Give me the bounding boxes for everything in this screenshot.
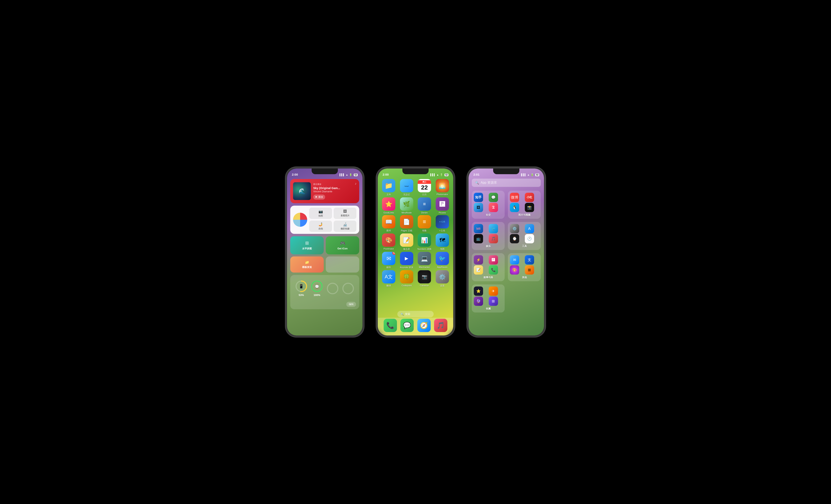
app-maps[interactable]: 🗺 地图 bbox=[435, 233, 450, 250]
app-mail[interactable]: ✉ 39 邮件 bbox=[381, 252, 397, 269]
selfie-label: 自拍 bbox=[318, 227, 323, 230]
app-photomator[interactable]: 🌅 Photomator bbox=[435, 179, 450, 196]
app-files[interactable]: 📁 文件 bbox=[381, 179, 397, 196]
photomator-icon: 🌅 bbox=[436, 179, 449, 192]
take-photo-label: 拍照 bbox=[318, 214, 323, 217]
app-keynote[interactable]: ▶ Keynote 讲演 bbox=[399, 252, 414, 269]
folder-other-name: 其他 bbox=[510, 276, 539, 279]
music-recently-played: 最近播放 bbox=[313, 183, 356, 186]
music-play-button[interactable]: ▶ 播放 bbox=[313, 195, 325, 200]
app-appraven[interactable]: 🐦 AppRaven bbox=[435, 252, 450, 269]
battery-edit-button[interactable]: 编辑 bbox=[346, 302, 356, 307]
battery-empty-1 bbox=[326, 283, 339, 295]
app-xinghao[interactable]: ● 心光 • 心光 bbox=[435, 215, 450, 232]
app-pixelmator[interactable]: 🎨 Pixelmator bbox=[381, 233, 397, 250]
app-youdao[interactable]: ≡ 有数 bbox=[417, 215, 432, 232]
mindnode-icon: 🌿 bbox=[400, 197, 413, 211]
template-send-widget[interactable]: 📁 模板发送 bbox=[290, 257, 324, 272]
dock-music[interactable]: 🎵 bbox=[434, 319, 447, 332]
folder-efficiency[interactable]: ⚡ 🅿 📝 📞 效率与务 bbox=[472, 253, 505, 281]
dock-safari[interactable]: 🧭 bbox=[417, 319, 431, 332]
time-1: 2:00 bbox=[292, 173, 298, 176]
app-mactracker[interactable]: 💻 Mactracker bbox=[417, 252, 432, 269]
altstore-icon: 🔮 bbox=[474, 297, 483, 306]
photomator-label: Photomator bbox=[436, 193, 448, 196]
dock-messages[interactable]: 💬 bbox=[400, 319, 414, 332]
dock-phone[interactable]: 📞 bbox=[384, 319, 397, 332]
app-settings[interactable]: ⚙️ 设置 bbox=[435, 270, 450, 287]
camera-widget[interactable]: 📷 拍照 🖼 查看照片 🤳 自拍 🔬 微距拍摄 bbox=[290, 206, 359, 234]
camera-macro[interactable]: 🔬 微距拍摄 bbox=[334, 220, 356, 232]
app-books[interactable]: 📖 图书 bbox=[381, 215, 397, 232]
app-denim[interactable]: ≡ Denim bbox=[417, 197, 432, 214]
folder-tools[interactable]: ⚙️ A ⌚ 🕐 工具 bbox=[508, 222, 541, 250]
notch-1 bbox=[312, 169, 338, 174]
app-picsew[interactable]: 🅿 Picsew bbox=[435, 197, 450, 214]
camera-color-wheel bbox=[293, 213, 307, 227]
battery-circle-iphone: 📱 bbox=[295, 280, 307, 292]
mail-icon: ✉ 39 bbox=[382, 252, 395, 265]
app-pages[interactable]: 📄 Pages 文稿 bbox=[399, 215, 414, 232]
search-icon-library: 🔍 bbox=[475, 181, 479, 185]
colorui-icon: 🎨 bbox=[510, 265, 519, 274]
phone-lib-icon: 📞 bbox=[489, 265, 498, 274]
app-numbers[interactable]: 📊 Numbers 表格 bbox=[417, 233, 432, 250]
search-bar-library[interactable]: 🔍 App 资源库 bbox=[472, 179, 541, 187]
folder-entertainment-name: 娱乐 bbox=[474, 244, 503, 248]
app-codepoint[interactable]: 🍀 Codepoint bbox=[399, 270, 414, 287]
app-calendar[interactable]: 周三 22 日历 bbox=[417, 179, 432, 196]
codepoint-icon: 🍀 bbox=[400, 270, 413, 284]
battery-circle-empty-1 bbox=[326, 283, 339, 295]
xiaohongshu-icon: 小红 bbox=[525, 193, 534, 202]
music-info: 最近播放 Sky (Original Gam... Vincent Diaman… bbox=[313, 183, 356, 200]
translate-icon: A文 bbox=[382, 270, 395, 284]
shuipingpintu-widget[interactable]: ⊞ 水平拼图 bbox=[290, 236, 324, 255]
app-goodlinks[interactable]: ⭐ GoodLinks bbox=[381, 197, 397, 214]
camera-take-photo[interactable]: 📷 拍照 bbox=[309, 208, 332, 219]
denim-label: Denim bbox=[421, 211, 428, 214]
phone-1: 2:00 ▌▌▌ ▲ 🔋 53 🌊 最近播放 Sky (Original Gam… bbox=[285, 167, 364, 337]
wechat-icon: 💬 bbox=[489, 193, 498, 202]
music-widget[interactable]: 🌊 最近播放 Sky (Original Gam... Vincent Diam… bbox=[290, 179, 359, 203]
tools-icons: ⚙️ A ⌚ 🕐 bbox=[510, 224, 539, 243]
camera-view-photos[interactable]: 🖼 查看照片 bbox=[334, 208, 356, 219]
app-mindnode[interactable]: 🌿 MindNode bbox=[399, 197, 414, 214]
battery-circle-watch: ⌚ bbox=[311, 280, 323, 292]
app-translate[interactable]: A文 翻译 bbox=[381, 270, 397, 287]
template-row: 📁 模板发送 bbox=[290, 257, 359, 272]
qq-icon: 🐧 bbox=[510, 203, 519, 212]
settings-label: 设置 bbox=[440, 284, 445, 287]
geticon-widget[interactable]: 🎮 Get iCon bbox=[326, 236, 359, 255]
music-artist: Vincent Diamante bbox=[313, 190, 356, 193]
social-icons: 知乎 💬 🖼 🏝 bbox=[474, 193, 503, 212]
geticon-label: Get iCon bbox=[338, 247, 347, 250]
folder-photos-video[interactable]: 微博 小红 🐧 📸 照片与视频 bbox=[508, 191, 541, 219]
paper-icon: ✈ bbox=[489, 287, 498, 296]
battery-icon-2: 🔋 bbox=[440, 173, 443, 176]
numbers-icon: 📊 bbox=[418, 233, 431, 247]
camera-lib-icon: 📸 bbox=[525, 203, 534, 212]
battery-widget: 📱 53% ⌚ 100% bbox=[290, 275, 359, 309]
folder-efficiency-name: 效率与务 bbox=[474, 276, 503, 279]
ubiquiti-label: 无边记 bbox=[403, 193, 410, 196]
folder-other[interactable]: ✉ 支 🎨 ⊞ 其他 bbox=[508, 253, 541, 281]
app-notes[interactable]: 📝 备忘录 bbox=[399, 233, 414, 250]
view-photos-label: 查看照片 bbox=[341, 214, 349, 217]
folder-favorites[interactable]: ⭐ ✈ 🔮 ⊞ 收藏 bbox=[472, 285, 505, 313]
pages-label: Pages 文稿 bbox=[401, 229, 412, 232]
folder-entertainment[interactable]: bili 🐦 📺 🎵 娱乐 bbox=[472, 222, 505, 250]
appstore-icon: A bbox=[525, 224, 534, 233]
search-bar-2[interactable]: 🔍 搜索 bbox=[397, 311, 434, 317]
app-cameraplus[interactable]: 📷 Camera+ bbox=[417, 270, 432, 287]
iphone-icon: 📱 bbox=[299, 284, 304, 289]
battery-icon-1: 🔋 bbox=[349, 173, 352, 176]
folder-social[interactable]: 知乎 💬 🖼 🏝 社交 bbox=[472, 191, 505, 219]
folder-grid: 知乎 💬 🖼 🏝 社交 微博 小红 🐧 📸 照片与视频 bbox=[472, 191, 541, 313]
search-icon-2: 🔍 bbox=[401, 313, 404, 316]
camera-selfie[interactable]: 🤳 自拍 bbox=[309, 220, 332, 232]
folder-photos-video-name: 照片与视频 bbox=[510, 213, 539, 217]
app-ubiquiti[interactable]: 〰 无边记 bbox=[399, 179, 414, 196]
app-row-2: ⭐ GoodLinks 🌿 MindNode ≡ Denim 🅿 Picsew bbox=[381, 197, 450, 214]
signal-icon-3: ▌▌▌ bbox=[521, 173, 526, 176]
watch-battery-pct: 100% bbox=[314, 294, 320, 297]
